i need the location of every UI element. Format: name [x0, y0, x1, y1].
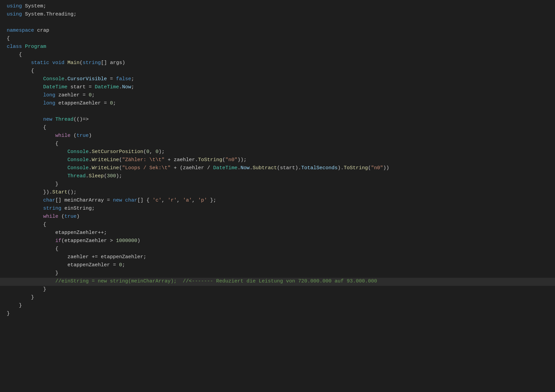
token: true [64, 214, 77, 219]
token: . [86, 173, 89, 179]
code-line: if(etappenZaehler > 1000000) [0, 237, 555, 245]
token: ); [116, 173, 122, 179]
token: ( [58, 214, 64, 219]
token: ) [89, 133, 92, 139]
code-line: { [0, 35, 555, 43]
token: (start). [277, 165, 301, 171]
line-content: Thread.Sleep(300); [7, 173, 548, 180]
token: new [113, 198, 122, 203]
line-content: { [7, 140, 548, 148]
line-content: string einString; [7, 205, 548, 213]
token: 300 [107, 173, 116, 179]
line-content: char[] meinCharArray = new char[] { 'c',… [7, 197, 548, 205]
code-line: } [0, 270, 555, 278]
token [7, 117, 43, 122]
token: . [119, 84, 122, 90]
code-line: { [0, 140, 555, 148]
token: ; [113, 100, 116, 106]
token: } [7, 287, 46, 292]
token: ); [158, 149, 165, 155]
token: if [55, 238, 61, 244]
token: }; [207, 198, 216, 203]
token [22, 44, 25, 50]
code-line: char[] meinCharArray = new char[] { 'c',… [0, 197, 555, 205]
token: Thread [55, 117, 74, 122]
code-line: Console.WriteLine("Loops / Sek:\t" + (za… [0, 164, 555, 173]
token: using [7, 3, 22, 9]
token: 'a' [183, 198, 192, 203]
token: "n0" [371, 165, 383, 171]
token: 'p' [198, 198, 207, 203]
line-content: new Thread(()=> [7, 116, 548, 124]
token: [] { [137, 198, 152, 203]
token: Threading [46, 11, 74, 17]
line-content: //einString = new string(meinCharArray);… [7, 278, 548, 285]
line-content: { [7, 245, 548, 253]
token: . [64, 76, 67, 82]
token [49, 60, 52, 66]
token: { [7, 36, 10, 41]
token: class [7, 44, 22, 50]
code-line: { [0, 67, 555, 76]
line-content: } [7, 294, 548, 302]
token: 0 [146, 149, 149, 155]
token: ( [70, 133, 77, 139]
code-line: etappenZaehler++; [0, 229, 555, 237]
line-content: } [7, 181, 548, 188]
token: long [43, 100, 55, 106]
token: , [177, 198, 183, 203]
token: using [7, 11, 22, 17]
token: Console [7, 76, 64, 82]
line-content: etappenZaehler++; [7, 229, 548, 237]
line-content: while (true) [7, 132, 548, 140]
token: Console [7, 157, 89, 163]
code-line: string einString; [0, 205, 555, 213]
line-content: }).Start(); [7, 189, 548, 197]
token: string [43, 206, 61, 211]
token: { [7, 141, 58, 147]
token: { [7, 68, 34, 74]
token: false [116, 76, 131, 82]
code-line: class Program [0, 43, 555, 51]
token: (); [67, 189, 77, 195]
token: . [89, 157, 92, 163]
code-line: zaehler += etappenZaehler; [0, 253, 555, 262]
token: = [107, 76, 116, 82]
code-line: DateTime start = DateTime.Now; [0, 84, 555, 92]
token: { [7, 52, 22, 58]
code-line: { [0, 245, 555, 253]
code-line: while (true) [0, 213, 555, 221]
token: namespace [7, 28, 34, 33]
code-line: new Thread(()=> [0, 116, 555, 124]
token: + (zaehler / [171, 165, 213, 171]
code-line: } [0, 302, 555, 310]
line-content: zaehler += etappenZaehler; [7, 253, 548, 261]
code-line: } [0, 286, 555, 294]
code-line: //einString = new string(meinCharArray);… [0, 278, 555, 286]
token: (etappenZaehler > [61, 238, 116, 244]
line-content: namespace crap [7, 27, 548, 35]
line-content: Console.CursorVisible = false; [7, 76, 548, 83]
token: (()=> [74, 117, 89, 122]
token: WriteLine [92, 157, 119, 163]
token: ; [92, 92, 95, 98]
token: System; [22, 3, 46, 9]
token: . [237, 165, 240, 171]
token: void [52, 60, 64, 66]
token: 0 [110, 100, 113, 106]
token: 0 [119, 262, 122, 268]
line-content: while (true) [7, 213, 548, 221]
token: Sleep [89, 173, 104, 179]
token: DateTime [95, 84, 119, 90]
line-content: Console.WriteLine("Zähler: \t\t" + zaehl… [7, 156, 548, 164]
token: ( [119, 157, 122, 163]
code-line: long etappenZaehler = 0; [0, 100, 555, 108]
token: einString; [61, 206, 95, 211]
line-content: long zaehler = 0; [7, 92, 548, 99]
code-line: { [0, 124, 555, 132]
code-line: Console.SetCursorPosition(0, 0); [0, 148, 555, 156]
token: } [7, 311, 10, 316]
token [7, 198, 43, 203]
token: [] meinCharArray = [55, 198, 113, 203]
token: , [192, 198, 198, 203]
